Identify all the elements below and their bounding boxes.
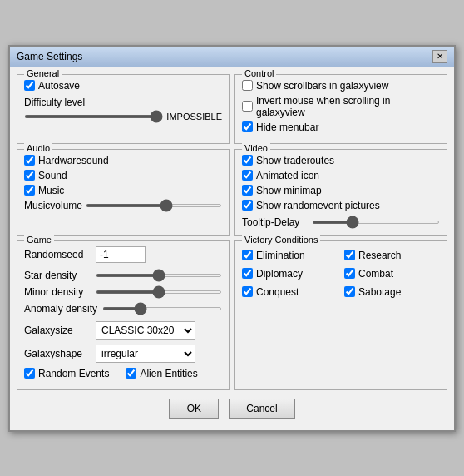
invert-mouse-row: Invert mouse when scrolling in galaxyvie… [242, 95, 440, 118]
show-traderoutes-checkbox[interactable] [242, 155, 253, 166]
difficulty-label: Difficulty level [24, 97, 222, 108]
elimination-row: Elimination [242, 250, 338, 261]
control-label: Control [242, 68, 276, 78]
music-label: Music [38, 185, 64, 196]
galaxyshape-select[interactable]: irregular spiral elliptical ring [96, 345, 195, 363]
random-events-label: Random Events [38, 368, 109, 379]
general-label: General [24, 68, 62, 78]
research-label: Research [358, 250, 401, 261]
animated-icon-label: Animated icon [256, 170, 319, 181]
show-scrollbars-row: Show scrollbars in galaxyview [242, 80, 440, 92]
randomseed-input[interactable] [96, 246, 146, 263]
galaxysize-label: Galaxysize [24, 325, 91, 336]
show-minimap-checkbox[interactable] [242, 185, 253, 196]
ok-button[interactable]: OK [169, 399, 219, 419]
top-row: General Autosave Difficulty level IMPOSS… [17, 74, 447, 144]
conquest-checkbox[interactable] [242, 286, 253, 297]
research-checkbox[interactable] [344, 250, 355, 260]
game-label: Game [24, 235, 54, 245]
diplomacy-checkbox[interactable] [242, 268, 253, 279]
video-panel: Video Show traderoutes Animated icon Sho… [234, 149, 447, 236]
autosave-row: Autosave [24, 80, 222, 92]
alien-entities-label: Alien Entities [140, 368, 197, 379]
close-button[interactable]: ✕ [432, 50, 447, 63]
hide-menubar-checkbox[interactable] [242, 121, 253, 132]
star-density-row: Star density [24, 270, 222, 281]
diplomacy-label: Diplomacy [256, 268, 303, 280]
anomaly-density-row: Anomaly density [24, 303, 222, 315]
cancel-button[interactable]: Cancel [229, 399, 294, 419]
general-panel: General Autosave Difficulty level IMPOSS… [17, 74, 230, 144]
galaxyshape-row: Galaxyshape irregular spiral elliptical … [24, 345, 222, 363]
musicvolume-label: Musicvolume [24, 200, 82, 211]
invert-mouse-checkbox[interactable] [242, 101, 253, 112]
animated-icon-row: Animated icon [242, 170, 440, 181]
galaxysize-row: Galaxysize CLASSIC 30x20 SMALL 20x15 MED… [24, 321, 222, 340]
hardwaresound-row: Hardwaresound [24, 155, 222, 166]
combat-label: Combat [358, 268, 393, 280]
elimination-checkbox[interactable] [242, 250, 253, 260]
show-randomevent-checkbox[interactable] [242, 200, 253, 211]
elimination-label: Elimination [256, 250, 305, 261]
tooltip-delay-slider[interactable] [312, 221, 440, 224]
window-title: Game Settings [17, 51, 82, 62]
button-row: OK Cancel [17, 399, 447, 424]
tooltip-delay-label: Tooltip-Delay [242, 216, 309, 228]
difficulty-slider[interactable] [24, 115, 163, 118]
conquest-row: Conquest [242, 286, 338, 298]
difficulty-row: Difficulty level IMPOSSIBLE [24, 97, 222, 121]
control-panel: Control Show scrollbars in galaxyview In… [234, 74, 447, 144]
tooltip-delay-row: Tooltip-Delay [242, 216, 440, 228]
galaxysize-select[interactable]: CLASSIC 30x20 SMALL 20x15 MEDIUM 40x30 L… [96, 321, 195, 340]
anomaly-density-slider[interactable] [102, 307, 222, 310]
anomaly-density-label: Anomaly density [24, 303, 97, 315]
autosave-label: Autosave [38, 80, 80, 92]
alien-entities-row: Alien Entities [126, 368, 197, 379]
sound-label: Sound [38, 170, 67, 181]
middle-row: Audio Hardwaresound Sound Music Musicvol… [17, 149, 447, 236]
minor-density-slider[interactable] [96, 290, 222, 294]
hardwaresound-checkbox[interactable] [24, 155, 35, 166]
random-events-checkbox[interactable] [24, 368, 35, 379]
invert-mouse-label: Invert mouse when scrolling in galaxyvie… [256, 95, 440, 118]
music-row: Music [24, 185, 222, 196]
victory-grid: Elimination Research Diplomacy Combat [242, 250, 440, 301]
audio-label: Audio [24, 143, 52, 153]
hide-menubar-row: Hide menubar [242, 121, 440, 133]
game-settings-window: Game Settings ✕ General Autosave Difficu… [8, 45, 456, 432]
autosave-checkbox[interactable] [24, 80, 35, 91]
bottom-checkboxes: Random Events Alien Entities [24, 368, 222, 383]
musicvolume-slider[interactable] [86, 204, 222, 207]
star-density-label: Star density [24, 270, 91, 281]
hardwaresound-label: Hardwaresound [38, 155, 109, 166]
sabotage-checkbox[interactable] [344, 286, 355, 297]
show-scrollbars-checkbox[interactable] [242, 80, 253, 91]
minor-density-row: Minor density [24, 286, 222, 298]
music-checkbox[interactable] [24, 185, 35, 196]
video-label: Video [242, 143, 270, 153]
research-row: Research [344, 250, 440, 261]
title-bar: Game Settings ✕ [10, 47, 454, 67]
game-panel: Game Randomseed Star density Minor densi… [17, 240, 230, 390]
random-events-row: Random Events [24, 368, 109, 379]
combat-row: Combat [344, 268, 440, 280]
show-traderoutes-row: Show traderoutes [242, 155, 440, 166]
combat-checkbox[interactable] [344, 268, 355, 279]
sound-row: Sound [24, 170, 222, 181]
animated-icon-checkbox[interactable] [242, 170, 253, 181]
show-minimap-label: Show minimap [256, 185, 322, 196]
show-randomevent-label: Show randomevent pictures [256, 200, 380, 211]
victory-panel: Victory Conditions Elimination Research … [234, 240, 447, 390]
bottom-row: Game Randomseed Star density Minor densi… [17, 240, 447, 390]
sound-checkbox[interactable] [24, 170, 35, 181]
window-body: General Autosave Difficulty level IMPOSS… [10, 67, 454, 430]
show-randomevent-row: Show randomevent pictures [242, 200, 440, 211]
diplomacy-row: Diplomacy [242, 268, 338, 280]
star-density-slider[interactable] [96, 274, 222, 277]
randomseed-row: Randomseed [24, 246, 222, 263]
alien-entities-checkbox[interactable] [126, 368, 136, 379]
randomseed-label: Randomseed [24, 249, 91, 260]
galaxyshape-label: Galaxyshape [24, 348, 91, 359]
show-scrollbars-label: Show scrollbars in galaxyview [256, 80, 388, 92]
victory-label: Victory Conditions [242, 235, 320, 245]
